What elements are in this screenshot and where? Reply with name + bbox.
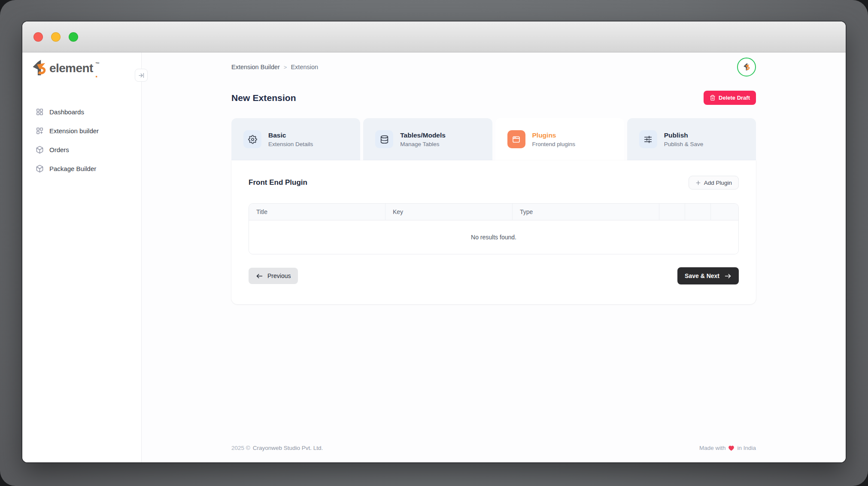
brand-logo-icon (32, 59, 47, 77)
table-header-title: Title (249, 204, 385, 220)
trash-icon (710, 95, 716, 101)
user-avatar[interactable] (737, 58, 756, 76)
breadcrumb: Extension Builder > Extension (231, 64, 318, 70)
gear-icon (243, 130, 261, 148)
add-plugin-label: Add Plugin (704, 180, 732, 186)
tab-publish[interactable]: Publish Publish & Save (627, 118, 756, 160)
app-window: element ™ . (22, 21, 846, 462)
footer-location: in India (737, 445, 756, 451)
tab-title: Basic (268, 131, 313, 139)
footer-made-with: Made with (699, 445, 726, 451)
sidebar-item-dashboards[interactable]: Dashboards (22, 102, 141, 121)
sidebar-collapse-button[interactable] (135, 69, 148, 82)
delete-draft-label: Delete Draft (719, 95, 750, 101)
sidebar: element ™ . (22, 52, 142, 462)
footer-company: Crayonweb Studio Pvt. Ltd. (253, 445, 323, 451)
plugins-table: Title Key Type No results found. (249, 203, 739, 254)
collapse-right-icon (138, 72, 145, 79)
tab-basic[interactable]: Basic Extension Details (231, 118, 360, 160)
save-next-label: Save & Next (685, 272, 719, 279)
tab-title: Tables/Models (400, 131, 446, 139)
plus-icon (695, 180, 701, 186)
sidebar-item-orders[interactable]: Orders (22, 140, 141, 159)
tab-title: Publish (664, 131, 704, 139)
brand-wordmark: element (49, 59, 93, 77)
footer: 2025 ©Crayonweb Studio Pvt. Ltd. Made wi… (231, 445, 756, 451)
add-plugin-button[interactable]: Add Plugin (689, 176, 739, 190)
box-icon (36, 165, 44, 173)
breadcrumb-extension: Extension (291, 64, 318, 70)
sidebar-item-label: Orders (49, 146, 69, 153)
sidebar-item-extension-builder[interactable]: Extension builder (22, 121, 141, 140)
brand-logo[interactable]: element ™ . (32, 59, 141, 77)
page-title: New Extension (231, 93, 296, 103)
brand-dot: . (95, 73, 100, 76)
table-header-cell-empty (685, 204, 710, 220)
heart-icon (728, 445, 734, 451)
delete-draft-button[interactable]: Delete Draft (704, 91, 756, 105)
previous-button[interactable]: Previous (249, 268, 298, 284)
sidebar-nav: Dashboards Extension builder (22, 102, 141, 178)
tab-title: Plugins (532, 131, 576, 139)
database-icon (375, 130, 393, 148)
panel-heading: Front End Plugin (249, 178, 307, 187)
footer-year-copyright: 2025 © (231, 445, 250, 451)
window-titlebar (22, 21, 846, 52)
table-header-key: Key (385, 204, 512, 220)
browser-window-icon (507, 130, 525, 148)
tab-plugins[interactable]: Plugins Frontend plugins (495, 118, 624, 160)
previous-label: Previous (267, 272, 291, 279)
table-empty-message: No results found. (249, 220, 738, 254)
box-icon (36, 146, 44, 154)
table-header-row: Title Key Type (249, 204, 738, 220)
breadcrumb-separator: > (284, 64, 287, 70)
tab-subtitle: Manage Tables (400, 141, 446, 147)
table-header-cell-empty (710, 204, 738, 220)
brand-trademark: ™ (95, 61, 100, 66)
sidebar-item-label: Extension builder (49, 127, 99, 134)
grid-plus-icon (36, 127, 44, 135)
sidebar-item-package-builder[interactable]: Package Builder (22, 159, 141, 178)
minimize-window-icon[interactable] (51, 32, 61, 42)
tab-subtitle: Frontend plugins (532, 141, 576, 147)
save-next-button[interactable]: Save & Next (677, 267, 739, 284)
sidebar-item-label: Package Builder (49, 165, 96, 172)
tab-subtitle: Publish & Save (664, 141, 704, 147)
arrow-right-icon (724, 273, 731, 279)
plugins-panel: Front End Plugin Add Plugin Title (231, 160, 756, 304)
close-window-icon[interactable] (33, 32, 43, 42)
desktop-backdrop: element ™ . (0, 0, 868, 486)
table-header-cell-empty (659, 204, 685, 220)
breadcrumb-extension-builder[interactable]: Extension Builder (231, 64, 280, 70)
main-area: Extension Builder > Extension New Extens… (142, 52, 846, 462)
sidebar-item-label: Dashboards (49, 108, 84, 116)
table-header-type: Type (512, 204, 659, 220)
tab-tables-models[interactable]: Tables/Models Manage Tables (363, 118, 492, 160)
tab-subtitle: Extension Details (268, 141, 313, 147)
sliders-icon (639, 130, 657, 148)
zoom-window-icon[interactable] (69, 32, 78, 42)
grid-icon (36, 108, 44, 116)
brand-logo-icon (743, 63, 750, 71)
arrow-left-icon (256, 273, 263, 279)
step-tabs: Basic Extension Details (231, 118, 756, 160)
